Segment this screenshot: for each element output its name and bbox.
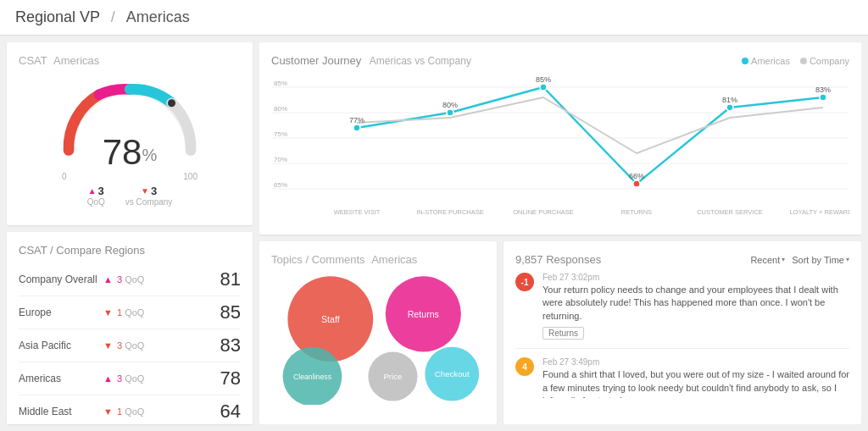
right-column: Customer Journey Americas vs Company Ame… bbox=[259, 42, 861, 424]
arrow-down-icon: ▼ bbox=[103, 406, 113, 417]
journey-chart: 85% 80% 75% 70% 65% bbox=[271, 70, 849, 223]
bubbles-container: Staff Returns Cleanliness bbox=[271, 269, 485, 405]
americas-legend-dot bbox=[742, 58, 748, 64]
region-score: 83 bbox=[207, 334, 241, 356]
compare-title: CSAT / Compare Regions bbox=[19, 244, 241, 257]
chevron-down-icon2: ▾ bbox=[846, 256, 849, 263]
svg-text:Staff: Staff bbox=[321, 314, 340, 324]
svg-point-12 bbox=[447, 109, 453, 116]
comment-score-badge: 4 bbox=[515, 357, 534, 376]
svg-text:80%: 80% bbox=[274, 105, 287, 113]
svg-text:81%: 81% bbox=[722, 96, 737, 104]
svg-text:RETURNS: RETURNS bbox=[621, 208, 652, 216]
topics-card: Topics / Comments Americas Staff Returns bbox=[259, 241, 497, 424]
region-row: Company Overall ▲ 3 QoQ 81 bbox=[19, 263, 241, 296]
chevron-down-icon: ▾ bbox=[782, 256, 785, 263]
svg-text:77%: 77% bbox=[349, 116, 364, 124]
region-name: Asia Pacific bbox=[19, 340, 103, 351]
comments-card: 9,857 Responses Recent ▾ Sort by Time ▾ bbox=[504, 241, 861, 424]
comment-tag: Returns bbox=[542, 327, 584, 340]
arrow-up-icon: ▲ bbox=[103, 373, 113, 384]
breadcrumb-root: Regional VP bbox=[15, 8, 100, 25]
region-score: 85 bbox=[207, 301, 241, 323]
comment-item: 4 Feb 27 3:49pm Found a shirt that I lov… bbox=[515, 357, 849, 398]
region-name: Europe bbox=[19, 307, 103, 318]
svg-text:Returns: Returns bbox=[408, 309, 439, 319]
region-change: ▼ 1 QoQ bbox=[103, 307, 207, 318]
region-row: Middle East ▼ 1 QoQ 64 bbox=[19, 395, 241, 424]
journey-chart-svg: 85% 80% 75% 70% 65% bbox=[271, 70, 849, 223]
svg-text:70%: 70% bbox=[274, 156, 287, 163]
journey-subtitle: Americas vs Company bbox=[370, 55, 471, 67]
region-score: 78 bbox=[207, 367, 241, 390]
journey-title: Customer Journey bbox=[271, 54, 361, 67]
bottom-row: Topics / Comments Americas Staff Returns bbox=[259, 241, 861, 424]
arrow-down-icon: ▼ bbox=[103, 307, 113, 318]
arrow-up-icon: ▲ bbox=[88, 186, 97, 196]
journey-card: Customer Journey Americas vs Company Ame… bbox=[259, 42, 861, 235]
stat-qoq: ▲ 3 QoQ bbox=[87, 185, 105, 207]
comment-item: -1 Feb 27 3:02pm Your return policy need… bbox=[515, 273, 849, 340]
gauge-container: 78 % 0 100 ▲ 3 QoQ bbox=[19, 74, 241, 207]
gauge-value: 78 bbox=[103, 135, 142, 170]
svg-point-0 bbox=[168, 99, 175, 107]
region-name: Company Overall bbox=[19, 274, 103, 285]
page-header: Regional VP / Americas bbox=[0, 0, 868, 36]
compare-regions-card: CSAT / Compare Regions Company Overall ▲… bbox=[7, 232, 253, 424]
svg-text:CUSTOMER SERVICE: CUSTOMER SERVICE bbox=[697, 208, 763, 216]
svg-point-16 bbox=[820, 94, 826, 101]
region-change: ▼ 1 QoQ bbox=[103, 406, 207, 417]
region-score: 64 bbox=[207, 401, 241, 423]
region-change: ▼ 3 QoQ bbox=[103, 340, 207, 351]
sort-controls: Recent ▾ Sort by Time ▾ bbox=[750, 255, 849, 265]
svg-text:IN-STORE PURCHASE: IN-STORE PURCHASE bbox=[416, 208, 483, 216]
comment-body: Feb 27 3:49pm Found a shirt that I loved… bbox=[542, 357, 849, 398]
comment-text: Found a shirt that I loved, but you were… bbox=[542, 368, 849, 398]
region-change: ▲ 3 QoQ bbox=[103, 373, 207, 384]
left-column: CSAT Americas bbox=[7, 42, 253, 424]
breadcrumb-separator: / bbox=[111, 8, 115, 25]
arrow-down-icon: ▼ bbox=[103, 340, 113, 351]
region-list: Company Overall ▲ 3 QoQ 81 Europe ▼ 1 Qo… bbox=[19, 263, 241, 424]
comment-date: Feb 27 3:02pm bbox=[542, 273, 849, 282]
comment-date: Feb 27 3:49pm bbox=[542, 357, 849, 367]
journey-header: Customer Journey Americas vs Company Ame… bbox=[271, 54, 849, 67]
csat-card-title: CSAT Americas bbox=[19, 54, 241, 67]
svg-text:ONLINE PURCHASE: ONLINE PURCHASE bbox=[513, 208, 574, 216]
svg-text:85%: 85% bbox=[274, 80, 287, 87]
svg-text:85%: 85% bbox=[536, 75, 551, 84]
svg-text:LOYALTY + REWARDS: LOYALTY + REWARDS bbox=[789, 208, 849, 216]
gauge-labels: 0 100 bbox=[62, 172, 198, 181]
arrow-down-icon: ▼ bbox=[141, 186, 149, 196]
comment-list: -1 Feb 27 3:02pm Your return policy need… bbox=[515, 273, 849, 398]
region-score: 81 bbox=[207, 268, 241, 290]
svg-point-14 bbox=[633, 180, 640, 187]
svg-point-13 bbox=[540, 84, 547, 91]
recent-dropdown[interactable]: Recent ▾ bbox=[750, 255, 785, 265]
svg-point-15 bbox=[726, 104, 733, 111]
svg-text:Cleanliness: Cleanliness bbox=[293, 373, 332, 381]
svg-text:66%: 66% bbox=[629, 172, 644, 180]
topics-title: Topics / Comments Americas bbox=[271, 253, 485, 266]
svg-text:Checkout: Checkout bbox=[435, 369, 470, 379]
comment-text: Your return policy needs to change and y… bbox=[542, 284, 849, 323]
comment-body: Feb 27 3:02pm Your return policy needs t… bbox=[542, 273, 849, 340]
region-name: Middle East bbox=[19, 406, 103, 417]
svg-text:83%: 83% bbox=[815, 86, 831, 94]
comment-divider bbox=[515, 348, 849, 349]
svg-text:75%: 75% bbox=[274, 130, 287, 138]
gauge-pct: % bbox=[142, 146, 157, 165]
comment-score-badge: -1 bbox=[515, 273, 534, 291]
gauge-stats: ▲ 3 QoQ ▼ 3 vs Company bbox=[87, 185, 173, 207]
journey-legend: Americas Company bbox=[742, 56, 849, 66]
svg-text:WEBSITE VISIT: WEBSITE VISIT bbox=[334, 208, 381, 216]
comments-header: 9,857 Responses Recent ▾ Sort by Time ▾ bbox=[515, 253, 849, 266]
svg-text:Price: Price bbox=[383, 372, 402, 381]
company-legend-dot bbox=[800, 58, 807, 64]
csat-card: CSAT Americas bbox=[7, 42, 253, 225]
svg-text:65%: 65% bbox=[274, 181, 287, 189]
stat-vs-company: ▼ 3 vs Company bbox=[125, 185, 173, 207]
sort-time-dropdown[interactable]: Sort by Time ▾ bbox=[792, 255, 849, 265]
bubbles-svg: Staff Returns Cleanliness bbox=[271, 269, 485, 405]
main-content: CSAT Americas bbox=[0, 36, 868, 431]
